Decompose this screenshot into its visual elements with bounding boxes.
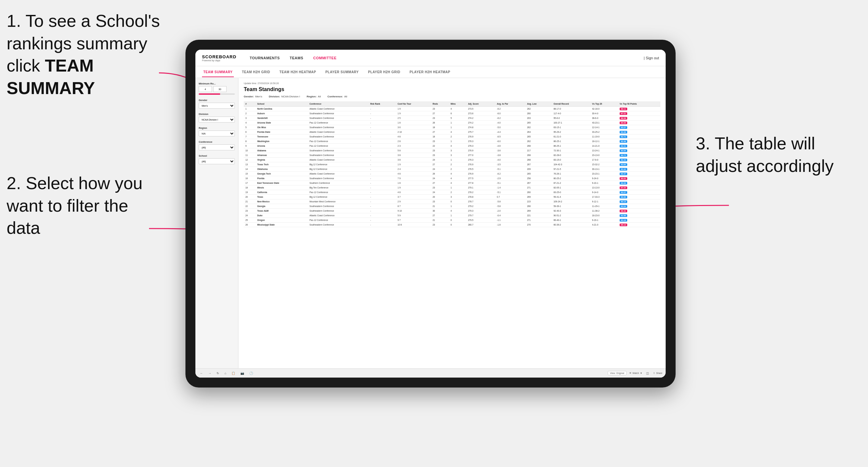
filter-min-rank-to[interactable] bbox=[213, 86, 226, 92]
cell-rank: 7 bbox=[244, 134, 256, 139]
view-original-button[interactable]: View: Original bbox=[608, 371, 627, 375]
cell-conference: Big 12 Conference bbox=[308, 167, 369, 172]
cell-points: 87.21 bbox=[618, 111, 660, 116]
cell-rnk: - bbox=[369, 172, 396, 176]
cell-conference: Pac-12 Conference bbox=[308, 121, 369, 125]
cell-conf-tour: 2 5 bbox=[396, 116, 431, 121]
sign-out-link[interactable]: | Sign out bbox=[644, 56, 659, 60]
cell-points: 89.11 bbox=[618, 107, 660, 111]
cell-rank: 23 bbox=[244, 209, 256, 213]
cell-rnk: - bbox=[369, 176, 396, 181]
cell-wins: 1 bbox=[449, 204, 466, 209]
cell-rnds: 18 bbox=[431, 134, 449, 139]
cell-adj-score: 274.8 bbox=[466, 125, 495, 130]
toolbar-reload[interactable]: ↻ bbox=[215, 371, 221, 376]
cell-avg-low: 262 bbox=[525, 125, 552, 130]
sub-nav-player-summary[interactable]: PLAYER SUMMARY bbox=[324, 68, 360, 77]
cell-school: Oregon bbox=[256, 218, 308, 223]
nav-committee[interactable]: COMMITTEE bbox=[313, 56, 337, 60]
cell-avg-low: 269 bbox=[525, 195, 552, 199]
cell-conf-tour: 2 9 bbox=[396, 199, 431, 204]
cell-points: 83.27 bbox=[618, 190, 660, 195]
cell-rnds: 22 bbox=[431, 144, 449, 148]
table-row: 21 New Mexico Mountain West Conference -… bbox=[244, 199, 660, 204]
sub-nav-team-h2h-grid[interactable]: TEAM H2H GRID bbox=[241, 68, 271, 77]
toolbar-back[interactable]: ← bbox=[199, 371, 204, 376]
cell-rank: 12 bbox=[244, 158, 256, 162]
cell-avg: -3.5 bbox=[495, 162, 525, 167]
toolbar-screenshot[interactable]: 📷 bbox=[239, 371, 245, 376]
cell-conference: Southeastern Conference bbox=[308, 134, 369, 139]
cell-avg: -5.1 bbox=[495, 190, 525, 195]
table-row: 15 Georgia Tech Atlantic Coast Conferenc… bbox=[244, 172, 660, 176]
filter-region-select[interactable]: N/A All bbox=[199, 130, 235, 136]
cell-overall: 59-41-4 bbox=[552, 195, 590, 199]
filter-min-rank-from[interactable] bbox=[199, 86, 212, 92]
cell-rnk: - bbox=[369, 209, 396, 213]
filter-school-select[interactable]: (All) bbox=[199, 158, 235, 164]
cell-school: Tennessee bbox=[256, 134, 308, 139]
chevron-down-icon: ▼ bbox=[640, 372, 642, 374]
toolbar-home[interactable]: ⌂ bbox=[223, 371, 227, 376]
cell-overall: 92-40-3 bbox=[552, 209, 590, 213]
share-button[interactable]: ⇧ Share bbox=[653, 372, 662, 375]
cell-wins: 1 bbox=[449, 158, 466, 162]
cell-points: 88.13 bbox=[618, 223, 660, 227]
cell-wins: 4 bbox=[449, 107, 466, 111]
bottom-toolbar: ← → ↻ ⌂ 📋 📷 🕐 View: Original 👁 Watch ▼ ◫… bbox=[195, 368, 665, 378]
cell-overall: 95-6-0 bbox=[552, 116, 590, 121]
cell-wins: 4 bbox=[449, 176, 466, 181]
cell-rnk: - bbox=[369, 167, 396, 172]
cell-overall: 117-4-0 bbox=[552, 111, 590, 116]
toolbar-forward[interactable]: → bbox=[207, 371, 213, 376]
sub-nav-player-h2h-heatmap[interactable]: PLAYER H2H HEATMAP bbox=[408, 68, 452, 77]
cell-conf-tour: 4 8 bbox=[396, 172, 431, 176]
eye-icon: 👁 bbox=[629, 372, 631, 374]
sub-nav-player-h2h-grid[interactable]: PLAYER H2H GRID bbox=[367, 68, 402, 77]
cell-adj-score: 277.0 bbox=[466, 153, 495, 158]
cell-avg-low: 266 bbox=[525, 204, 552, 209]
range-slider[interactable] bbox=[199, 93, 235, 95]
cell-rnk: - bbox=[369, 218, 396, 223]
cell-rank: 13 bbox=[244, 162, 256, 167]
cell-school: Virginia bbox=[256, 158, 308, 162]
cell-avg: -6.5 bbox=[495, 134, 525, 139]
cell-school: North Carolina bbox=[256, 107, 308, 111]
cell-adj-score: 279.3 bbox=[466, 209, 495, 213]
cell-rank: 1 bbox=[244, 107, 256, 111]
table-row: 19 California Pac-12 Conference - 4 8 24… bbox=[244, 190, 660, 195]
toolbar-clock[interactable]: 🕐 bbox=[248, 371, 254, 376]
cell-conference: Pac-12 Conference bbox=[308, 144, 369, 148]
sub-nav-team-summary[interactable]: TEAM SUMMARY bbox=[202, 68, 234, 77]
filter-gender-select[interactable]: Men's Women's bbox=[199, 103, 235, 108]
cell-school: Texas bbox=[256, 195, 308, 199]
table-row: 23 Texas A&M Southeastern Conference - 9… bbox=[244, 209, 660, 213]
nav-teams[interactable]: TEAMS bbox=[290, 56, 303, 60]
cell-conference: Mountain West Conference bbox=[308, 199, 369, 204]
cell-vs25: 30-4-0 bbox=[590, 111, 618, 116]
cell-wins: 1 bbox=[449, 139, 466, 144]
sub-nav-team-h2h-heatmap[interactable]: TEAM H2H HEATMAP bbox=[278, 68, 318, 77]
cell-wins: 4 bbox=[449, 172, 466, 176]
cell-points: 82.98 bbox=[618, 213, 660, 218]
cell-points: 88.42 bbox=[618, 209, 660, 213]
cell-rnds: 23 bbox=[431, 153, 449, 158]
cell-school: Alabama bbox=[256, 148, 308, 153]
filter-division-select[interactable]: NCAA Division I NCAA Division II NCAA Di… bbox=[199, 117, 235, 123]
toolbar-copy[interactable]: 📋 bbox=[230, 371, 237, 376]
cell-rnds: 21 bbox=[431, 218, 449, 223]
cell-school: Washington bbox=[256, 139, 308, 144]
cell-rnds: 23 bbox=[431, 223, 449, 227]
filter-region: Region N/A All bbox=[199, 126, 235, 136]
filter-conference-select[interactable]: (All) bbox=[199, 145, 235, 150]
watch-button[interactable]: 👁 Watch ▼ bbox=[629, 372, 643, 374]
cell-avg: -5.0 bbox=[495, 125, 525, 130]
toolbar-extra[interactable]: ◫ bbox=[645, 371, 650, 376]
table-row: 10 Alabama Southeastern Conference - 5 8… bbox=[244, 148, 660, 153]
cell-conf-tour: 4 8 bbox=[396, 134, 431, 139]
instruction-2-text: 2. Select how you want to filter the dat… bbox=[7, 174, 143, 238]
cell-rnds: 24 bbox=[431, 190, 449, 195]
nav-tournaments[interactable]: TOURNAMENTS bbox=[250, 56, 280, 60]
table-row: 5 Ole Miss Southeastern Conference - 3 6… bbox=[244, 125, 660, 130]
table-row: 18 Illinois Big Ten Conference - 1 9 23 … bbox=[244, 185, 660, 190]
